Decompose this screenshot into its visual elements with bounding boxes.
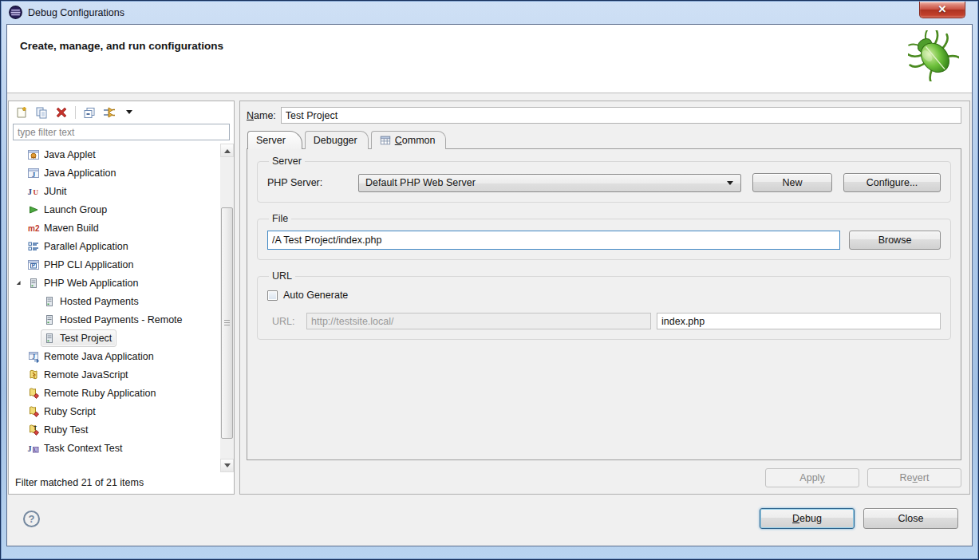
- expander-spacer: [29, 314, 41, 325]
- tab-server[interactable]: Server: [247, 131, 302, 149]
- svg-text:U: U: [34, 447, 38, 452]
- tree-item-hosted-payments[interactable]: Hosted Payments: [9, 292, 220, 310]
- apply-button: Apply: [765, 468, 859, 487]
- java-application-icon: J: [27, 167, 40, 179]
- name-row: Name:: [247, 107, 961, 124]
- svg-text:P: P: [32, 262, 36, 268]
- tree-item-java-application[interactable]: JJava Application: [9, 164, 220, 182]
- java-applet-icon: [27, 148, 40, 161]
- expander-spacer: [13, 405, 25, 417]
- tree-item-test-project[interactable]: Test Project: [9, 329, 220, 347]
- tree-item-ruby-script[interactable]: Ruby Script: [9, 402, 220, 420]
- debug-button[interactable]: Debug: [760, 508, 855, 529]
- php-web-icon: [43, 295, 56, 308]
- svg-text:U: U: [34, 188, 39, 196]
- scrollbar-thumb[interactable]: [221, 207, 233, 439]
- delete-configuration-icon[interactable]: [54, 105, 69, 120]
- main-content: Java AppletJJava ApplicationJUJUnitLaunc…: [7, 93, 972, 495]
- filter-configurations-icon[interactable]: [102, 105, 116, 120]
- php-server-select[interactable]: Default PHP Web Server: [358, 174, 741, 192]
- tree-item-remote-ruby-application[interactable]: Remote Ruby Application: [9, 384, 220, 402]
- php-web-icon: [43, 314, 56, 326]
- debug-configurations-window: Debug Configurations ✕ Create, manage, a…: [0, 0, 979, 560]
- svg-text:T: T: [34, 424, 37, 430]
- tree-item-launch-group[interactable]: Launch Group: [9, 200, 220, 219]
- file-group-label: File: [269, 213, 291, 224]
- tree-item-junit[interactable]: JUJUnit: [9, 182, 220, 200]
- tree-item-label: Ruby Test: [44, 424, 88, 436]
- tree-item-label: Maven Build: [44, 223, 99, 234]
- tree-scrollbar[interactable]: [220, 144, 234, 472]
- tree-item-java-applet[interactable]: Java Applet: [9, 145, 220, 164]
- tree-item-label: Java Application: [44, 168, 116, 179]
- task-context-icon: JU: [27, 442, 40, 455]
- tree-item-php-web-application[interactable]: PHP Web Application: [9, 274, 220, 292]
- php-server-value: Default PHP Web Server: [365, 177, 476, 188]
- configurations-toolbar: [9, 101, 234, 123]
- tree-item-parallel-application[interactable]: Parallel Application: [9, 237, 220, 255]
- menu-dropdown-icon[interactable]: [122, 105, 136, 120]
- remote-js-icon: [27, 369, 40, 381]
- titlebar: Debug Configurations ✕: [1, 1, 978, 24]
- filter-input[interactable]: [13, 124, 230, 140]
- expander-spacer: [29, 332, 41, 344]
- tree-item-label: Ruby Script: [44, 406, 96, 417]
- expander-spacer: [13, 424, 25, 436]
- server-group: Server PHP Server: Default PHP Web Serve…: [257, 156, 951, 203]
- tree-item-remote-javascript[interactable]: Remote JavaScript: [9, 365, 220, 384]
- tab-debugger[interactable]: Debugger: [305, 131, 369, 149]
- scroll-down-icon[interactable]: [220, 459, 234, 472]
- tab-common[interactable]: Common: [371, 131, 447, 149]
- configurations-tree: Java AppletJJava ApplicationJUJUnitLaunc…: [9, 144, 234, 472]
- chevron-down-icon: [727, 181, 733, 188]
- expander-spacer: [13, 203, 25, 215]
- php-server-label: PHP Server:: [267, 177, 347, 188]
- filter-status: Filter matched 21 of 21 items: [9, 472, 234, 494]
- duplicate-configuration-icon[interactable]: [34, 105, 49, 120]
- close-button[interactable]: Close: [863, 508, 958, 529]
- close-icon[interactable]: ✕: [919, 2, 965, 18]
- help-icon[interactable]: ?: [23, 511, 40, 527]
- tree-item-task-context-test[interactable]: JUTask Context Test: [9, 439, 220, 457]
- maven-build-icon: m2: [27, 222, 40, 235]
- svg-text:J: J: [28, 187, 33, 196]
- svg-text:J: J: [32, 353, 35, 360]
- tab-common-label: Common: [395, 135, 436, 146]
- expander-spacer: [13, 258, 25, 270]
- scroll-up-icon[interactable]: [220, 144, 234, 157]
- expander-spacer: [13, 387, 25, 399]
- tree-item-ruby-test[interactable]: TRuby Test: [9, 420, 220, 439]
- expander-spacer: [13, 185, 25, 197]
- tree-item-php-cli-application[interactable]: PPHP CLI Application: [9, 255, 220, 274]
- expander-icon[interactable]: [13, 277, 25, 289]
- url-path-input[interactable]: [657, 313, 941, 329]
- new-server-button[interactable]: New: [752, 173, 832, 192]
- common-tab-icon: [380, 135, 391, 146]
- tree-item-label: Launch Group: [44, 204, 107, 215]
- tree-item-label: Remote Java Application: [44, 351, 154, 362]
- base-url-input: [306, 313, 651, 329]
- file-input[interactable]: [267, 231, 840, 250]
- configuration-detail-panel: Name: Server Debugger: [239, 101, 970, 495]
- tree-item-label: Parallel Application: [44, 241, 128, 252]
- file-group: File Browse: [257, 213, 951, 260]
- page-title: Create, manage, and run configurations: [7, 25, 972, 52]
- expander-spacer: [13, 350, 25, 362]
- junit-icon: JU: [27, 185, 40, 198]
- configure-button[interactable]: Configure...: [843, 173, 941, 192]
- tree-item-label: PHP Web Application: [44, 278, 138, 289]
- collapse-all-icon[interactable]: [82, 105, 97, 120]
- name-label: Name:: [247, 110, 276, 121]
- url-label: URL:: [267, 316, 301, 327]
- server-group-label: Server: [269, 156, 305, 167]
- auto-generate-checkbox[interactable]: [267, 290, 278, 301]
- tree-item-maven-build[interactable]: m2Maven Build: [9, 219, 220, 237]
- tree-item-label: Remote JavaScript: [44, 369, 128, 381]
- tree-item-remote-java-application[interactable]: JRemote Java Application: [9, 347, 220, 365]
- configurations-panel: Java AppletJJava ApplicationJUJUnitLaunc…: [8, 101, 235, 495]
- name-input[interactable]: [281, 107, 961, 124]
- new-configuration-icon[interactable]: [14, 105, 29, 120]
- tree-item-hosted-payments-remote[interactable]: Hosted Payments - Remote: [9, 310, 220, 329]
- server-tab-content: Server PHP Server: Default PHP Web Serve…: [247, 148, 961, 460]
- browse-button[interactable]: Browse: [849, 231, 941, 250]
